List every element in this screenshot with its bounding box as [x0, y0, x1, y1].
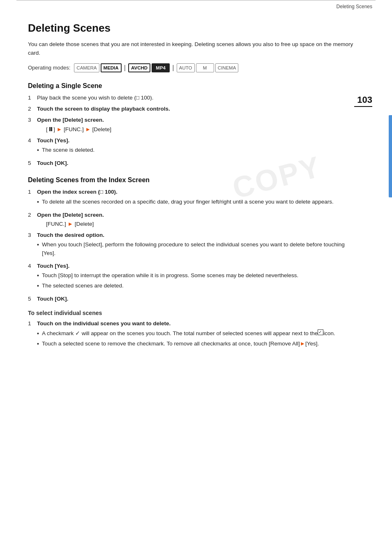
section-title-index: Deleting Scenes from the Index Screen	[28, 176, 359, 184]
select-individual-steps: 1 Touch on the individual scenes you wan…	[28, 320, 359, 350]
subsection-title: To select individual scenes	[28, 310, 359, 316]
bullet-4-1: The scene is deleted.	[37, 146, 359, 155]
index-screen-steps: 1 Open the index screen (□ 100). To dele…	[28, 188, 359, 303]
section-title-single: Deleting a Single Scene	[28, 82, 359, 90]
mode-avchd: AVCHD	[128, 63, 150, 72]
mode-auto: AUTO	[177, 63, 195, 72]
mode-media: MEDIA	[101, 63, 122, 72]
step-3-single: 3 Open the [Delete] screen. [ ] ► [FUNC.…	[28, 116, 359, 134]
step-1-single: 1 Play back the scene you wish to delete…	[28, 94, 359, 102]
step-5-index: 5 Touch [OK].	[28, 295, 359, 303]
single-scene-steps: 1 Play back the scene you wish to delete…	[28, 94, 359, 168]
step-4-single: 4 Touch [Yes]. The scene is deleted.	[28, 137, 359, 156]
mode-mp4: MP4	[152, 63, 170, 72]
main-content: Deleting Scenes You can delete those sce…	[0, 9, 392, 371]
func-line-2i: [FUNC.] ► [Delete]	[46, 220, 359, 228]
operating-modes: Operating modes: CAMERA MEDIA | AVCHD MP…	[28, 63, 359, 72]
page-number: 103	[357, 95, 372, 105]
separator-2: |	[172, 64, 174, 72]
step-1-index: 1 Open the index screen (□ 100). To dele…	[28, 188, 359, 208]
page-title: Deleting Scenes	[28, 22, 359, 35]
step-5-single: 5 Touch [OK].	[28, 159, 359, 167]
page-container: Deleting Scenes 103 COPY Deleting Scenes…	[0, 0, 392, 556]
step-1-select: 1 Touch on the individual scenes you wan…	[28, 320, 359, 350]
separator-1: |	[124, 64, 126, 72]
step-4-index-bullets: Touch [Stop] to interrupt the operation …	[37, 271, 359, 290]
bullet-s1-2: Touch a selected scene to remove the che…	[37, 340, 359, 348]
page-number-rule	[354, 106, 372, 107]
step-2-index: 2 Open the [Delete] screen. [FUNC.] ► [D…	[28, 211, 359, 229]
bullet-4i-2: The selected scenes are deleted.	[37, 282, 359, 290]
step-4-bullets: The scene is deleted.	[37, 146, 359, 155]
mode-m: M	[196, 63, 214, 72]
step-1-select-bullets: A checkmark ✓ will appear on the scenes …	[37, 329, 359, 348]
step-1-index-bullets: To delete all the scenes recorded on a s…	[37, 198, 359, 206]
func-line-3: [ ] ► [FUNC.] ► [Delete]	[46, 125, 359, 134]
bullet-3i-1: When you touch [Select], perform the fol…	[37, 241, 359, 257]
sidebar-accent-bar	[389, 115, 392, 197]
mode-cinema: CINEMA	[215, 63, 239, 72]
bullet-4i-1: Touch [Stop] to interrupt the operation …	[37, 271, 359, 280]
header-label: Deleting Scenes	[0, 0, 392, 9]
modes-label: Operating modes:	[28, 65, 70, 71]
mode-camera: CAMERA	[74, 63, 99, 72]
intro-paragraph: You can delete those scenes that you are…	[28, 40, 359, 58]
step-3-index: 3 Touch the desired option. When you tou…	[28, 231, 359, 259]
step-3-index-bullets: When you touch [Select], perform the fol…	[37, 241, 359, 257]
step-2-single: 2 Touch the screen to display the playba…	[28, 105, 359, 113]
step-4-index: 4 Touch [Yes]. Touch [Stop] to interrupt…	[28, 262, 359, 292]
bullet-s1-1: A checkmark ✓ will appear on the scenes …	[37, 329, 359, 338]
bullet-1i-1: To delete all the scenes recorded on a s…	[37, 198, 359, 206]
